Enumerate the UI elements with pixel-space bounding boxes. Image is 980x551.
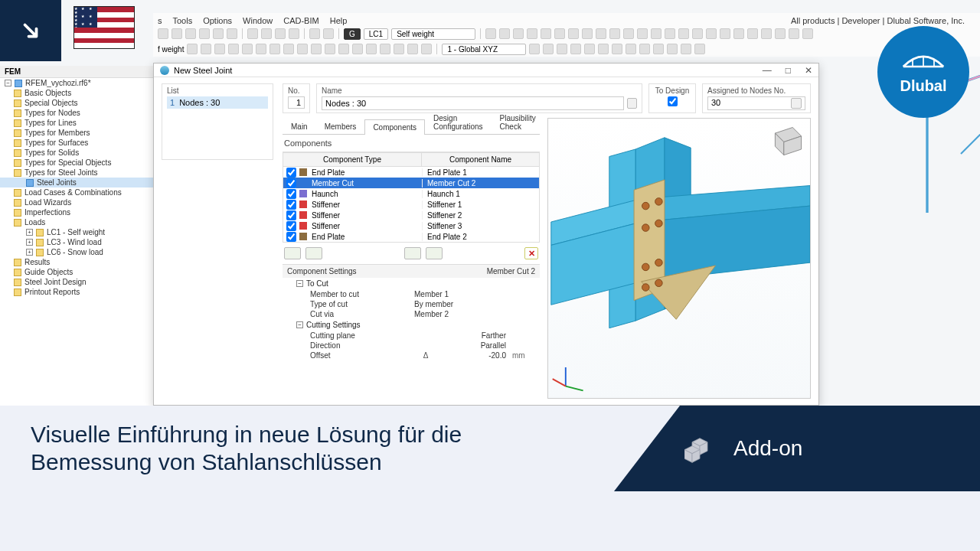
tool-icon[interactable] [692,28,703,39]
tab-main[interactable]: Main [283,119,316,134]
tool-icon[interactable] [421,44,432,54]
component-row[interactable]: End PlateEnd Plate 2 [283,231,539,242]
expand-icon[interactable]: + [26,229,33,236]
list-item[interactable]: 1Nodes : 30 [167,96,268,109]
tool-icon[interactable] [653,44,664,54]
tree-steel-joints[interactable]: Steel Joints [0,178,153,187]
tool-icon[interactable] [213,28,224,39]
tab-components[interactable]: Components [364,119,425,135]
tool-icon[interactable] [761,28,772,39]
tool-icon[interactable] [289,28,299,39]
tool-icon[interactable] [667,44,678,54]
component-row[interactable]: Member CutMember Cut 2 [283,178,539,188]
dialog-titlebar[interactable]: New Steel Joint — □ ✕ [154,64,818,77]
add-component-alt-button[interactable] [305,247,322,259]
setting-row[interactable]: Member to cutMember 1 [283,289,540,299]
delete-component-button[interactable]: ✕ [524,247,538,259]
tool-icon[interactable] [323,28,334,39]
group-to-cut[interactable]: −To Cut [283,278,540,289]
setting-row[interactable]: DirectionParallel [283,341,540,350]
assigned-nodes[interactable]: 30 [711,98,720,109]
component-row[interactable]: StiffenerStiffener 2 [283,210,539,220]
tool-icon[interactable] [651,28,662,39]
tree-item[interactable]: Types for Solids [0,148,153,158]
close-button[interactable]: ✕ [805,65,812,76]
tool-icon[interactable] [270,44,280,54]
tree-item[interactable]: Special Objects [0,98,153,108]
tab-design-config[interactable]: Design Configurations [425,110,491,134]
component-row[interactable]: StiffenerStiffener 3 [283,220,539,231]
tree-item[interactable]: Basic Objects [0,88,153,98]
tool-icon[interactable] [338,44,349,54]
tool-icon[interactable] [256,44,266,54]
tree-item[interactable]: Load Wizards [0,197,153,207]
tool-icon[interactable] [187,44,198,54]
collapse-icon[interactable]: − [5,80,11,86]
tool-icon[interactable] [637,28,648,39]
tool-icon[interactable] [352,44,363,54]
loadcase-name[interactable]: Self weight [391,28,475,40]
tool-icon[interactable] [228,44,239,54]
component-checkbox[interactable] [286,210,296,220]
tab-members[interactable]: Members [316,119,365,134]
tool-icon[interactable] [214,44,225,54]
collapse-icon[interactable]: − [296,321,303,328]
tool-icon[interactable] [283,44,294,54]
tool-icon[interactable] [199,28,210,39]
menu-item[interactable]: Help [330,16,348,25]
tree-item[interactable]: Types for Nodes [0,108,153,118]
joint-3d-preview[interactable] [547,118,811,399]
tool-icon[interactable] [626,44,636,54]
tool-icon[interactable] [706,28,717,39]
tool-icon[interactable] [557,44,567,54]
tool-icon[interactable] [720,28,730,39]
maximize-button[interactable]: □ [786,65,791,76]
component-row[interactable]: End PlateEnd Plate 1 [283,167,539,178]
paste-component-button[interactable] [426,247,443,259]
menu-item[interactable]: Window [243,16,273,25]
name-editor-button[interactable] [627,98,637,109]
tool-icon[interactable] [513,28,524,39]
tree-item[interactable]: Types for Steel Joints [0,168,153,178]
to-design-checkbox[interactable] [668,96,678,106]
setting-row[interactable]: Cut viaMember 2 [283,309,540,319]
setting-row[interactable]: Cutting planeFarther [283,331,540,341]
tree-item[interactable]: Loads [0,217,153,227]
tool-icon[interactable] [297,44,308,54]
component-checkbox[interactable] [286,232,296,242]
component-row[interactable]: HaunchHaunch 1 [283,188,539,199]
menu-item[interactable]: Tools [173,16,193,25]
tool-icon[interactable] [529,44,540,54]
tool-icon[interactable] [681,44,691,54]
add-component-button[interactable] [284,247,301,259]
country-flag-us[interactable]: ★ ★ ★ ★★ ★ ★ ★★ ★ ★ ★ [74,6,135,49]
tree-item[interactable]: Printout Reports [0,287,153,297]
tree-item[interactable]: Types for Lines [0,118,153,128]
component-checkbox[interactable] [286,178,296,188]
tool-icon[interactable] [568,28,579,39]
copy-component-button[interactable] [404,247,421,259]
component-row[interactable]: StiffenerStiffener 1 [283,199,539,210]
coord-system[interactable]: 1 - Global XYZ [442,44,526,55]
tool-icon[interactable] [247,28,258,39]
tool-icon[interactable] [678,28,689,39]
tool-icon[interactable] [543,44,554,54]
tree-item[interactable]: Steel Joint Design [0,277,153,287]
tree-item[interactable]: Types for Members [0,128,153,138]
tree-item[interactable]: Types for Special Objects [0,158,153,168]
component-checkbox[interactable] [286,189,296,199]
minimize-button[interactable]: — [763,65,772,76]
tool-icon[interactable] [598,44,609,54]
tool-icon[interactable] [596,28,606,39]
tree-item[interactable]: Guide Objects [0,267,153,277]
component-checkbox[interactable] [286,200,296,210]
tree-item[interactable]: Imperfections [0,207,153,217]
component-checkbox[interactable] [286,221,296,231]
tool-icon[interactable] [665,28,675,39]
tree-item[interactable]: +LC1 - Self weight [0,227,153,237]
tool-icon[interactable] [366,44,377,54]
tool-icon[interactable] [201,44,211,54]
tool-icon[interactable] [733,28,744,39]
setting-row[interactable]: OffsetΔ-20.0mm [283,350,540,360]
tool-icon[interactable] [694,44,705,54]
